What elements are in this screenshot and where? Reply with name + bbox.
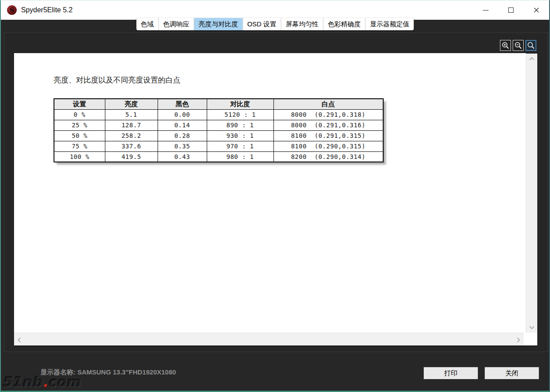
cell-whitepoint: 8000 (0.291,0.318) [273,109,383,120]
cell-whitepoint: 8100 (0.291,0.315) [273,130,383,141]
cell-whitepoint: 8100 (0.290,0.315) [273,141,383,151]
watermark-text-1: 51nb [2,374,42,390]
zoom-in-button[interactable] [500,40,511,51]
zoom-reset-button[interactable] [525,40,536,51]
window-title: Spyder5Elite 5.2 [21,6,72,14]
cell-contrast: 890 : 1 [207,120,273,130]
close-icon [533,7,539,13]
zoom-out-button[interactable] [513,40,524,51]
watermark-dot: . [42,374,48,390]
cell-black: 0.14 [158,120,207,130]
cell-setting: 0 % [54,109,105,120]
scroll-down-icon[interactable] [529,326,535,329]
cell-contrast: 980 : 1 [207,151,273,162]
cell-whitepoint: 8200 (0.290,0.314) [273,151,383,162]
zoom-toolbar [500,40,536,51]
maximize-icon [508,7,514,13]
vertical-scrollbar[interactable] [526,54,537,333]
maximize-button[interactable] [498,0,524,20]
header-brightness: 亮度 [105,99,158,109]
cell-brightness: 337.6 [105,141,158,151]
cell-contrast: 970 : 1 [207,141,273,151]
cell-brightness: 258.2 [105,130,158,141]
tab-bar: 色域 色调响应 亮度与对比度 OSD 设置 屏幕均匀性 色彩精确度 显示器额定值 [136,18,414,30]
scroll-left-icon[interactable] [18,337,21,343]
header-contrast: 对比度 [207,99,273,109]
cell-setting: 75 % [54,141,105,151]
cell-black: 0.35 [158,141,207,151]
cell-contrast: 5120 : 1 [207,109,273,120]
cell-brightness: 419.5 [105,151,158,162]
cell-contrast: 930 : 1 [207,130,273,141]
table-row: 0 % 5.1 0.00 5120 : 1 8000 (0.291,0.318) [54,109,383,120]
measurement-table: 设置 亮度 黑色 对比度 白点 0 % 5.1 0.00 5120 : 1 80… [54,98,384,162]
scroll-right-icon[interactable] [517,337,520,343]
tab-screen-uniformity[interactable]: 屏幕均匀性 [281,18,323,30]
print-button[interactable]: 打印 [424,367,478,379]
spyder-logo-icon: S [7,5,17,15]
watermark-51nb: 51nb.com [2,374,81,390]
close-button[interactable] [524,0,549,20]
cell-black: 0.28 [158,130,207,141]
tab-gamut[interactable]: 色域 [136,18,158,30]
table-row: 75 % 337.6 0.35 970 : 1 8100 (0.290,0.31… [54,141,383,151]
minimize-icon [483,10,489,11]
cell-setting: 50 % [54,130,105,141]
minimize-button[interactable] [473,0,498,20]
cell-whitepoint: 8000 (0.291,0.316) [273,120,383,130]
window-controls [473,0,549,20]
tab-tone-response[interactable]: 色调响应 [158,18,194,30]
header-whitepoint: 白点 [273,99,383,109]
close-report-button[interactable]: 关闭 [485,367,539,379]
cell-black: 0.43 [158,151,207,162]
title-bar: S Spyder5Elite 5.2 [1,0,549,20]
tab-osd-settings[interactable]: OSD 设置 [242,18,281,30]
scroll-up-icon[interactable] [529,57,535,61]
header-setting: 设置 [54,99,105,109]
zoom-out-magnifier-icon [514,41,522,50]
cell-black: 0.00 [158,109,207,120]
zoom-in-magnifier-icon [501,41,510,50]
table-row: 50 % 258.2 0.28 930 : 1 8100 (0.291,0.31… [54,130,383,141]
table-header-row: 设置 亮度 黑色 对比度 白点 [54,99,383,109]
zoom-reset-magnifier-icon [527,41,535,50]
tab-display-rating[interactable]: 显示器额定值 [365,18,414,30]
report-title: 亮度、对比度以及不同亮度设置的白点 [54,75,180,85]
cell-setting: 25 % [54,120,105,130]
cell-brightness: 5.1 [105,109,158,120]
cell-setting: 100 % [54,151,105,162]
horizontal-scrollbar[interactable] [14,333,524,346]
watermark-text-2: com [48,374,81,390]
header-black: 黑色 [158,99,207,109]
table-row: 100 % 419.5 0.43 980 : 1 8200 (0.290,0.3… [54,151,383,162]
app-window: S Spyder5Elite 5.2 色域 色调响应 亮度与对比度 OSD 设置… [0,0,550,392]
report-page: 亮度、对比度以及不同亮度设置的白点 设置 亮度 黑色 对比度 白点 0 % 5.… [14,53,526,333]
tab-brightness-contrast[interactable]: 亮度与对比度 [194,18,242,30]
scrollbar-corner [524,333,537,346]
cell-brightness: 128.7 [105,120,158,130]
tab-color-accuracy[interactable]: 色彩精确度 [323,18,365,30]
table-row: 25 % 128.7 0.14 890 : 1 8000 (0.291,0.31… [54,120,383,130]
